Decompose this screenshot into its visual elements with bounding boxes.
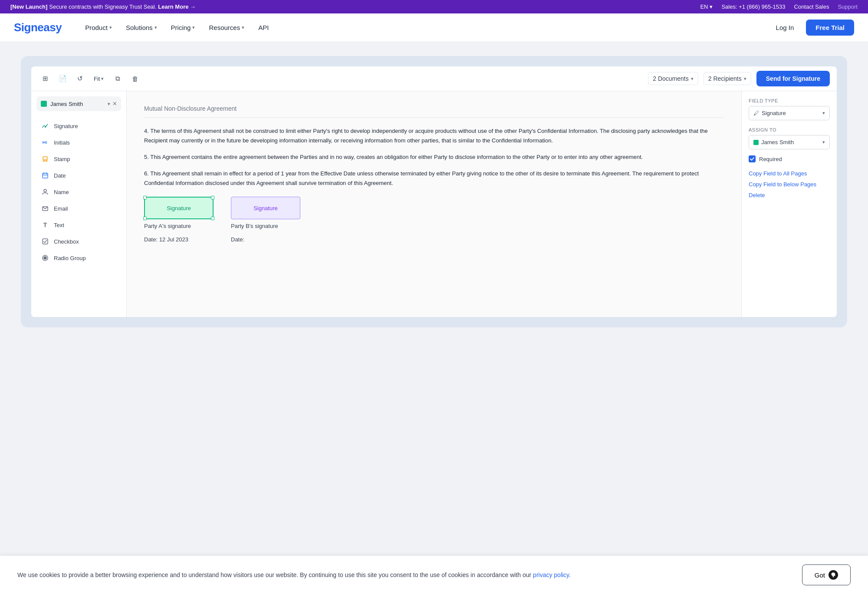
resize-handle-bl[interactable] <box>143 217 147 220</box>
svg-rect-4 <box>43 173 48 178</box>
resize-tool-button[interactable]: ⊞ <box>38 72 52 86</box>
refresh-button[interactable]: ↺ <box>73 72 87 86</box>
initials-icon <box>41 138 49 147</box>
announcement-right: EN ▾ Sales: +1 (866) 965-1533 Contact Sa… <box>700 3 858 10</box>
chevron-down-icon: ▾ <box>109 25 112 30</box>
field-name[interactable]: Name <box>36 184 121 200</box>
toolbar-left: ⊞ 📄 ↺ Fit ▾ ⧉ 🗑 <box>38 72 142 86</box>
party-a-label: Party A's signature <box>144 223 214 229</box>
resize-handle-tr[interactable] <box>211 196 214 199</box>
announcement-bar: [New Launch] Secure contracts with Signe… <box>0 0 868 13</box>
field-type-dropdown[interactable]: 🖊 Signature ▾ <box>749 106 830 120</box>
login-button[interactable]: Log In <box>767 20 803 35</box>
required-row: Required <box>749 155 830 162</box>
svg-point-8 <box>44 189 46 192</box>
refresh-icon: ↺ <box>77 75 83 82</box>
field-type-label: Field type <box>749 98 830 103</box>
chevron-down-icon: ▾ <box>242 25 244 30</box>
copy-below-pages-link[interactable]: Copy Field to Below Pages <box>749 181 830 188</box>
logo[interactable]: Signeasy <box>14 21 62 34</box>
assignee-dot <box>753 140 759 145</box>
assign-to-dropdown[interactable]: James Smith ▾ <box>749 135 830 149</box>
party-b-signature-box[interactable]: Signature <box>231 197 300 219</box>
text-icon: T <box>41 221 49 229</box>
page-icon: 📄 <box>59 75 67 82</box>
copy-all-pages-link[interactable]: Copy Field to All Pages <box>749 170 830 177</box>
svg-point-12 <box>44 257 46 259</box>
field-radio-group[interactable]: Radio Group <box>36 250 121 266</box>
email-icon <box>41 204 49 213</box>
chevron-down-icon: ▾ <box>691 76 694 82</box>
field-checkbox[interactable]: Checkbox <box>36 234 121 249</box>
field-date[interactable]: Date <box>36 168 121 183</box>
field-email[interactable]: Email <box>36 201 121 216</box>
checkbox-icon <box>41 237 49 246</box>
learn-more-link[interactable]: Learn More → <box>158 3 196 10</box>
party-b-date: Date: <box>231 236 300 243</box>
fit-button[interactable]: Fit ▾ <box>90 74 107 84</box>
field-text[interactable]: T Text <box>36 217 121 233</box>
trash-icon: 🗑 <box>132 75 138 82</box>
signer-name: James Smith <box>50 101 83 107</box>
duplicate-button[interactable]: ⧉ <box>111 72 125 86</box>
editor-body: James Smith ▾ × Signature <box>31 91 837 317</box>
document-area: Mutual Non-Disclosure Agreement 4. The t… <box>127 91 741 317</box>
toolbar-right: 2 Documents ▾ 2 Recipients ▾ Send for Si… <box>648 71 830 86</box>
radio-icon <box>41 254 49 262</box>
chevron-down-icon: ▾ <box>155 25 157 30</box>
new-launch-text: [New Launch] <box>10 3 47 10</box>
nav-resources[interactable]: Resources ▾ <box>203 20 250 35</box>
nav-pricing[interactable]: Pricing ▾ <box>165 20 201 35</box>
required-checkbox[interactable] <box>749 155 756 162</box>
chevron-down-icon: ▾ <box>822 110 825 116</box>
party-b-signature-wrap: Signature Party B's signature Date: <box>231 197 300 243</box>
field-stamp[interactable]: Stamp <box>36 151 121 167</box>
paragraph-6: 6. This Agreement shall remain in effect… <box>144 169 724 188</box>
field-initials[interactable]: Initials <box>36 135 121 150</box>
document-title: Mutual Non-Disclosure Agreement <box>144 105 724 118</box>
nav-api[interactable]: API <box>252 20 275 35</box>
contact-sales-link[interactable]: Contact Sales <box>794 3 829 10</box>
send-signature-button[interactable]: Send for Signature <box>756 71 830 86</box>
resize-handle-tl[interactable] <box>143 196 147 199</box>
required-text: Required <box>759 156 782 162</box>
signer-selector[interactable]: James Smith ▾ × <box>36 96 121 111</box>
nav-links: Product ▾ Solutions ▾ Pricing ▾ Resource… <box>79 20 420 35</box>
pen-icon: 🖊 <box>753 110 759 116</box>
language-selector[interactable]: EN ▾ <box>700 3 713 10</box>
announcement-text: Secure contracts with Signeasy Trust Sea… <box>49 3 156 10</box>
documents-dropdown[interactable]: 2 Documents ▾ <box>648 72 698 85</box>
chevron-down-icon: ▾ <box>108 101 110 107</box>
party-a-signature-wrap: Signature Party A's signature Date: 12 J… <box>144 197 214 243</box>
party-a-signature-box[interactable]: Signature <box>144 197 214 219</box>
free-trial-button[interactable]: Free Trial <box>806 20 854 36</box>
chevron-down-icon: ▾ <box>744 76 746 82</box>
recipients-dropdown[interactable]: 2 Recipients ▾ <box>704 72 751 85</box>
signature-row: Signature Party A's signature Date: 12 J… <box>144 197 724 243</box>
svg-rect-0 <box>43 157 47 160</box>
nav-solutions[interactable]: Solutions ▾ <box>120 20 163 35</box>
name-icon <box>41 188 49 196</box>
main-nav: Signeasy Product ▾ Solutions ▾ Pricing ▾… <box>0 13 868 42</box>
close-button[interactable]: × <box>113 100 117 108</box>
new-page-button[interactable]: 📄 <box>56 72 69 86</box>
field-signature[interactable]: Signature <box>36 118 121 134</box>
page-content: ⊞ 📄 ↺ Fit ▾ ⧉ 🗑 <box>0 42 868 341</box>
svg-rect-10 <box>43 239 48 244</box>
editor-toolbar: ⊞ 📄 ↺ Fit ▾ ⧉ 🗑 <box>31 66 837 91</box>
field-list: Signature Initials Stamp <box>36 118 121 266</box>
chevron-down-icon: ▾ <box>822 139 825 145</box>
chevron-down-icon: ▾ <box>192 25 195 30</box>
editor-container: ⊞ 📄 ↺ Fit ▾ ⧉ 🗑 <box>21 56 847 327</box>
resize-handle-br[interactable] <box>211 217 214 220</box>
duplicate-icon: ⧉ <box>115 75 120 82</box>
delete-button[interactable]: 🗑 <box>128 72 142 86</box>
resize-icon: ⊞ <box>43 75 48 82</box>
delete-field-link[interactable]: Delete <box>749 192 830 198</box>
nav-product[interactable]: Product ▾ <box>79 20 118 35</box>
date-icon <box>41 171 49 180</box>
support-link[interactable]: Support <box>838 3 858 10</box>
assign-to-label: Assign to <box>749 127 830 132</box>
right-sidebar: Field type 🖊 Signature ▾ Assign to James… <box>741 91 837 317</box>
stamp-icon <box>41 155 49 163</box>
